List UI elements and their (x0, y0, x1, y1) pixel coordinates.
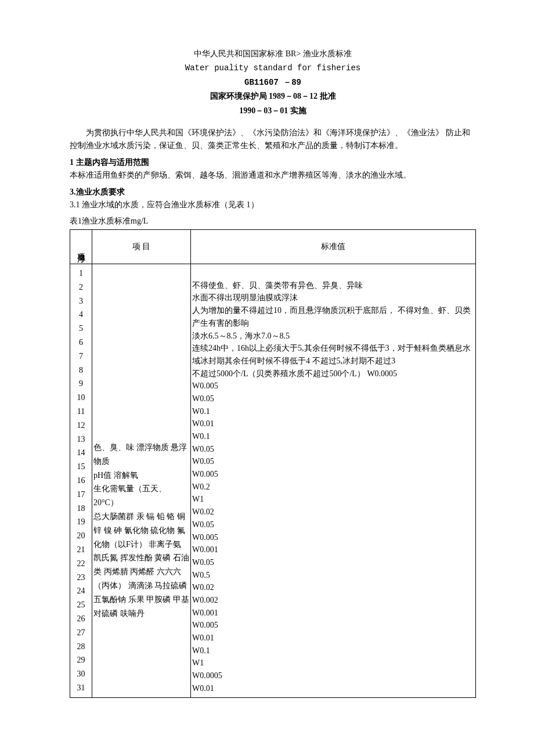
table-body-row: 1234567891011121314151617181920212223242… (70, 264, 476, 698)
seq-number: 23 (71, 571, 91, 585)
document-header: 中华人民共和国国家标准 BR> 渔业水质标准 Water puality sta… (70, 48, 476, 117)
seq-number: 5 (71, 322, 91, 336)
title-en: Water puality standard for fisheries (70, 62, 476, 74)
value-line: W0.005 (192, 619, 474, 632)
seq-number: 31 (71, 681, 91, 695)
value-line: W0.001 (192, 543, 474, 556)
section-1-title: 1 主题内容与适用范围 (70, 156, 476, 169)
seq-number: 1 (71, 267, 91, 280)
value-line: W0.005 (192, 468, 474, 481)
section-1-body: 本标准适用鱼虾类的产卵场、索饵、越冬场、洄游通道和水产增养殖区等海、淡水的渔业水… (70, 169, 476, 182)
value-line: 连续24h中，16h以上必须大于5,其余任何时候不得低于3，对于鲑科鱼类栖息水域… (192, 342, 474, 367)
value-line: W0.02 (192, 506, 474, 519)
seq-number: 30 (71, 667, 91, 681)
seq-number: 16 (71, 474, 91, 488)
value-line: W0.002 (192, 594, 474, 607)
intro-paragraph: 为贯彻执行中华人民共和国《环境保护法》、《水污染防治法》和《海洋环境保护法》、《… (70, 127, 476, 153)
value-line: W0.05 (192, 455, 474, 468)
seq-number: 19 (71, 515, 91, 529)
seq-number: 8 (71, 363, 91, 377)
seq-number: 28 (71, 640, 91, 654)
value-line: W1 (192, 493, 474, 506)
seq-number: 25 (71, 598, 91, 612)
title-cn: 中华人民共和国国家标准 BR> 渔业水质标准 (70, 48, 476, 60)
seq-number: 18 (71, 502, 91, 516)
value-line: 水面不得出现明显油膜或浮沫 (192, 291, 474, 304)
standard-code: GB11607 －89 (70, 76, 476, 89)
value-line: W0.01 (192, 682, 474, 695)
value-line: 淡水6.5～8.5，海水7.0～8.5 (192, 330, 474, 343)
value-line: W0.5 (192, 569, 474, 582)
seq-number: 22 (71, 557, 91, 571)
value-line: W0.1 (192, 405, 474, 418)
value-line: W0.1 (192, 430, 474, 443)
seq-number: 4 (71, 308, 91, 322)
table-header-row: 项目序号 项 目 标准值 (70, 229, 476, 264)
seq-number: 17 (71, 488, 91, 502)
value-line: W1 (192, 657, 474, 669)
value-line (192, 267, 474, 279)
seq-number: 15 (71, 460, 91, 474)
seq-number: 24 (71, 584, 91, 598)
seq-number: 11 (71, 405, 91, 419)
value-line: W0.001 (192, 607, 474, 620)
value-line: W0.05 (192, 519, 474, 531)
seq-number: 26 (71, 612, 91, 626)
seq-number: 9 (71, 377, 91, 391)
value-line: W0.05 (192, 443, 474, 456)
col-header-item: 项 目 (92, 229, 191, 264)
value-line: W0.05 (192, 556, 474, 569)
value-line: W0.0005 (192, 669, 474, 682)
section-3-title: 3.渔业水质要求 (70, 186, 476, 199)
value-line: W0.005 (192, 380, 474, 393)
effective-line: 1990－03－01 实施 (70, 105, 476, 117)
seq-number: 3 (71, 294, 91, 308)
value-line: W0.05 (192, 393, 474, 405)
seq-number: 20 (71, 529, 91, 543)
seq-number: 12 (71, 419, 91, 433)
value-cell: 不得使鱼、虾、贝、藻类带有异色、异臭、异味水面不得出现明显油膜或浮沫人为增加的量… (191, 264, 476, 698)
value-line: W0.01 (192, 632, 474, 645)
seq-number: 13 (71, 433, 91, 447)
value-line: W0.2 (192, 481, 474, 494)
approval-line: 国家环境保护局 1989－08－12 批准 (70, 90, 476, 103)
value-line: 不超过5000个/L（贝类养殖水质不超过500个/L） W0.0005 (192, 368, 474, 380)
seq-number: 6 (71, 336, 91, 350)
seq-number: 14 (71, 446, 91, 460)
item-text: 色、臭、味 漂浮物质 悬浮物质 pH值 溶解氧 生化需氧量（五天、20°C） 总… (93, 441, 189, 620)
seq-number-cell: 1234567891011121314151617181920212223242… (70, 264, 92, 698)
value-line: W0.01 (192, 417, 474, 430)
seq-number: 29 (71, 653, 91, 667)
col-header-seq: 项目序号 (70, 229, 92, 264)
col-header-value: 标准值 (191, 229, 476, 264)
value-line: W0.005 (192, 531, 474, 544)
section-3-body: 3.1 渔业水域的水质，应符合渔业水质标准（见表 1） (70, 199, 476, 211)
seq-number: 10 (71, 391, 91, 405)
item-cell: 色、臭、味 漂浮物质 悬浮物质 pH值 溶解氧 生化需氧量（五天、20°C） 总… (92, 264, 191, 698)
seq-number: 7 (71, 350, 91, 363)
value-line: 人为增加的量不得超过10，而且悬浮物质沉积于底部后， 不得对鱼、虾、贝类产生有害… (192, 304, 474, 329)
value-line: W0.02 (192, 581, 474, 594)
seq-number: 21 (71, 543, 91, 557)
value-line: W0.1 (192, 645, 474, 657)
value-line: 不得使鱼、虾、贝、藻类带有异色、异臭、异味 (192, 279, 474, 292)
seq-number: 2 (71, 280, 91, 294)
seq-number: 27 (71, 626, 91, 640)
water-quality-table: 项目序号 项 目 标准值 123456789101112131415161718… (70, 229, 476, 698)
table-caption: 表1渔业水质标准mg/L (70, 215, 476, 228)
